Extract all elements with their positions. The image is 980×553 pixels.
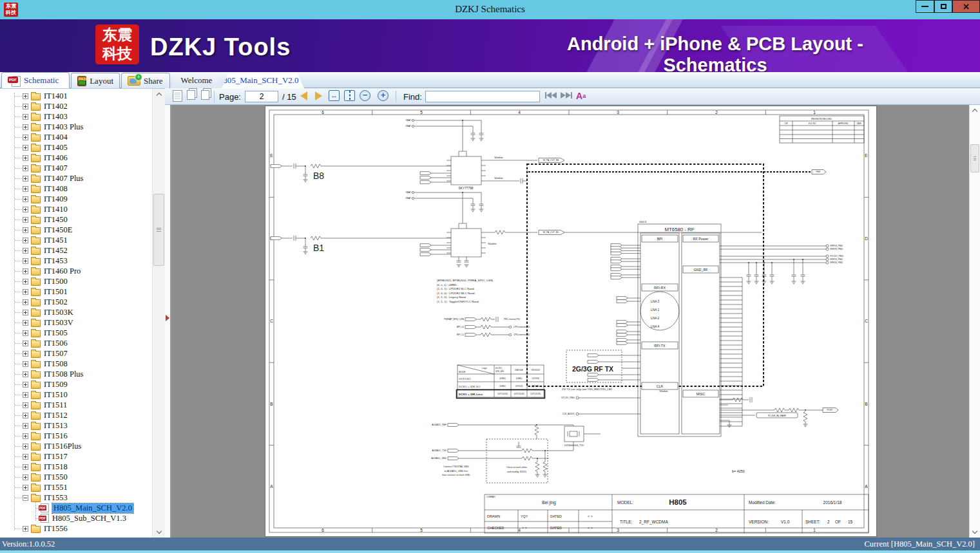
tree-folder-row[interactable]: IT1516 — [0, 431, 152, 441]
expand-plus-box[interactable] — [23, 371, 28, 377]
prev-page-button[interactable] — [300, 91, 307, 100]
expand-plus-box[interactable] — [23, 454, 28, 460]
expand-plus-box[interactable] — [23, 351, 28, 357]
expand-plus-box[interactable] — [23, 217, 28, 223]
minimize-button[interactable] — [916, 0, 934, 13]
maximize-button[interactable] — [934, 0, 952, 13]
expand-plus-box[interactable] — [23, 464, 28, 470]
schematic-page[interactable]: 654321 654321 EDCBA EDCBA REVISION RECOR… — [265, 106, 876, 536]
expand-plus-box[interactable] — [23, 207, 28, 212]
close-button[interactable]: ✕ — [952, 0, 980, 13]
expand-plus-box[interactable] — [23, 485, 28, 491]
tree-folder-row[interactable]: IT1502 — [0, 297, 152, 307]
tree-folder-row[interactable]: IT1501 — [0, 286, 152, 297]
tree-folder-row[interactable]: IT1450 — [0, 214, 152, 225]
tree-folder-row[interactable]: IT1507 — [0, 348, 152, 359]
copy-page-button[interactable] — [187, 90, 195, 100]
tab-schematic[interactable]: Schematic — [1, 72, 70, 88]
expand-plus-box[interactable] — [23, 526, 28, 532]
expand-plus-box[interactable] — [23, 248, 28, 254]
expand-plus-box[interactable] — [23, 145, 28, 151]
zoom-in-button[interactable]: + — [378, 90, 389, 101]
tree-folder-row[interactable]: IT1511 — [0, 400, 152, 410]
expand-plus-box[interactable] — [23, 279, 28, 285]
tree-folder-row[interactable]: IT1500 — [0, 276, 152, 286]
tree-folder-row[interactable]: IT1505 — [0, 328, 152, 338]
expand-plus-box[interactable] — [23, 124, 28, 130]
schematic-viewer[interactable]: 654321 654321 EDCBA EDCBA REVISION RECOR… — [171, 105, 980, 538]
tree-folder-row[interactable]: IT1508 Plus — [0, 369, 152, 379]
tree-folder-row[interactable]: IT1403 — [0, 111, 152, 122]
expand-plus-box[interactable] — [23, 474, 28, 480]
expand-plus-box[interactable] — [23, 361, 28, 367]
expand-plus-box[interactable] — [23, 238, 28, 243]
expand-plus-box[interactable] — [23, 135, 28, 140]
tab-close-icon[interactable]: ✕ — [303, 77, 309, 85]
tree-folder-row[interactable]: IT1408 — [0, 183, 152, 194]
expand-plus-box[interactable] — [23, 93, 28, 99]
expand-plus-box[interactable] — [23, 413, 28, 418]
tree-file-row-selected[interactable]: H805_Main_SCH_V2.0 — [0, 503, 152, 513]
expand-plus-box[interactable] — [23, 227, 28, 233]
tree-folder-row[interactable]: IT1517 — [0, 451, 152, 462]
tree-folder-row[interactable]: IT1556 — [0, 523, 152, 534]
tree-folder-row[interactable]: IT1406 — [0, 153, 152, 163]
tree-folder-row[interactable]: IT1518 — [0, 462, 152, 472]
snapshot-button[interactable] — [201, 90, 209, 100]
tree-folder-row[interactable]: IT1503K — [0, 307, 152, 317]
tree-folder-row[interactable]: IT1450E — [0, 225, 152, 235]
collapse-minus-box[interactable] — [23, 495, 28, 501]
tree-folder-row[interactable]: IT1503V — [0, 317, 152, 328]
expand-plus-box[interactable] — [23, 289, 28, 295]
next-page-button[interactable] — [315, 91, 322, 100]
expand-plus-box[interactable] — [23, 258, 28, 264]
expand-plus-box[interactable] — [23, 299, 28, 305]
expand-plus-box[interactable] — [23, 392, 28, 398]
viewer-scrollbar-thumb[interactable] — [970, 144, 979, 173]
expand-plus-box[interactable] — [23, 330, 28, 336]
find-next-button[interactable] — [561, 92, 572, 98]
expand-plus-box[interactable] — [23, 433, 28, 439]
expand-plus-box[interactable] — [23, 104, 28, 109]
scroll-down-button[interactable] — [153, 527, 165, 538]
tree-folder-row[interactable]: IT1452 — [0, 245, 152, 256]
single-page-button[interactable] — [173, 90, 182, 102]
tree-folder-row[interactable]: IT1550 — [0, 472, 152, 482]
expand-plus-box[interactable] — [23, 382, 28, 388]
viewer-scrollbar[interactable] — [969, 105, 980, 538]
find-previous-button[interactable] — [545, 92, 557, 98]
tab-share[interactable]: Share — [121, 73, 170, 88]
tree-folder-row[interactable]: IT1453 — [0, 256, 152, 266]
tree-folder-row[interactable]: IT1510 — [0, 389, 152, 400]
expand-plus-box[interactable] — [23, 186, 28, 192]
tree-folder-row[interactable]: IT1513 — [0, 420, 152, 431]
expand-plus-box[interactable] — [23, 165, 28, 171]
tree-scrollbar-thumb[interactable] — [153, 194, 164, 266]
doc-tab-welcome[interactable]: Welcome — [170, 73, 223, 88]
tree-folder-row[interactable]: IT1401 — [0, 91, 152, 101]
tree-folder-row[interactable]: IT1405 — [0, 142, 152, 153]
expand-plus-box[interactable] — [23, 320, 28, 326]
tree-folder-row[interactable]: IT1512 — [0, 410, 152, 420]
tree-folder-row[interactable]: IT1508 — [0, 359, 152, 369]
zoom-out-button[interactable]: − — [360, 90, 370, 101]
tree-folder-row[interactable]: IT1451 — [0, 235, 152, 245]
tree-folder-row[interactable]: IT1551 — [0, 482, 152, 492]
doc-tab-h805-main[interactable]: H805_Main_SCH_V2.0 ✕ — [222, 73, 304, 88]
expand-plus-box[interactable] — [23, 341, 28, 346]
panel-splitter[interactable] — [165, 105, 171, 538]
page-number-input[interactable] — [245, 91, 278, 102]
fit-page-button[interactable] — [344, 90, 355, 101]
tree-folder-row[interactable]: IT1516Plus — [0, 441, 152, 451]
expand-plus-box[interactable] — [23, 268, 28, 274]
tree-scrollbar[interactable] — [152, 89, 165, 538]
scroll-down-button[interactable] — [970, 527, 980, 538]
tree-folder-row[interactable]: IT1506 — [0, 338, 152, 348]
expand-plus-box[interactable] — [23, 310, 28, 315]
tree-folder-row[interactable]: IT1404 — [0, 132, 152, 142]
expand-plus-box[interactable] — [23, 196, 28, 202]
tree-folder-row[interactable]: IT1409 — [0, 194, 152, 204]
expand-plus-box[interactable] — [23, 402, 28, 408]
find-input[interactable] — [425, 91, 540, 102]
tree-folder-row[interactable]: IT1403 Plus — [0, 122, 152, 132]
